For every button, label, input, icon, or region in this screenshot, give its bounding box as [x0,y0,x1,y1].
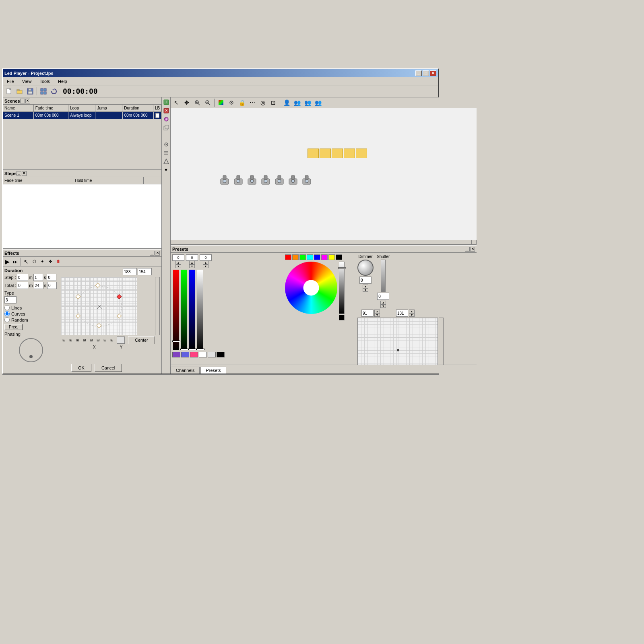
r-down-btn[interactable]: ▼ [175,264,181,268]
canvas-v-scroll[interactable] [155,277,160,335]
fixture-1[interactable] [219,175,230,186]
swatch-r[interactable] [285,254,291,260]
effects-delete-btn[interactable]: 🗑 [55,258,62,265]
led-cell-2[interactable] [320,149,331,158]
menu-view[interactable]: View [20,78,34,85]
canvas-h-input[interactable] [138,268,152,275]
g-up-btn[interactable]: ▲ [189,261,195,264]
new-button[interactable] [4,87,14,96]
canvas-pointer-btn[interactable]: ↖ [171,98,181,107]
phasing-circle[interactable] [19,338,43,362]
g-num-input[interactable] [186,254,198,261]
swatch-pink[interactable] [190,352,198,357]
swatch-o[interactable] [292,254,299,260]
led-cell-5[interactable] [356,149,367,158]
swatch-g[interactable] [299,254,306,260]
y-up[interactable]: ▲ [409,310,415,313]
swatch-m[interactable] [321,254,328,260]
b-slider[interactable] [189,270,195,350]
steps-minimize[interactable]: _ [17,171,21,176]
canvas-lock-btn[interactable]: 🔒 [237,98,247,107]
x-up[interactable]: ▲ [374,310,380,313]
menu-tools[interactable]: Tools [37,78,52,85]
menu-help[interactable]: Help [56,78,70,85]
canvas-person4-btn[interactable]: 👥 [313,98,323,107]
type-random-option[interactable]: Random [4,317,58,322]
r-num-input[interactable] [172,254,184,261]
r-slider[interactable] [173,270,179,350]
steps-close[interactable]: ✕ [22,171,27,176]
effects-center-button[interactable]: Center [128,336,155,344]
shutter-slider[interactable] [381,260,386,292]
grid-btn-6[interactable]: ⊞ [95,337,101,343]
v-copy[interactable] [162,124,170,132]
swatch-purple[interactable] [172,352,180,357]
y-value-input[interactable] [396,310,408,317]
x-down[interactable]: ▼ [374,313,380,317]
scene-row-1[interactable]: Scene 1 00m 00s 000 Always loop 00m 00s … [3,112,161,119]
effects-lasso-btn[interactable]: ⬡ [31,258,38,265]
channels-tab[interactable]: Channels [171,367,200,374]
canvas-color-btn[interactable] [216,98,226,107]
xy-v-scrollbar[interactable] [439,318,444,365]
step-s-input[interactable] [33,274,43,281]
type-curves-radio[interactable] [4,311,10,316]
type-random-radio[interactable] [4,317,10,322]
swatch-black[interactable] [336,254,342,260]
led-cell-3[interactable] [332,149,343,158]
canvas-w-input[interactable] [123,268,137,275]
fixture-5[interactable] [274,175,285,186]
swatch-b[interactable] [314,254,320,260]
scenes-minimize[interactable]: _ [20,99,25,103]
presets-minimize[interactable]: _ [465,247,470,252]
menu-file[interactable]: File [4,78,17,85]
canvas-settings-btn[interactable] [227,98,236,107]
effects-close[interactable]: ✕ [155,251,160,256]
w-slider[interactable] [197,270,203,350]
canvas-person3-btn[interactable]: 👥 [303,98,312,107]
canvas-person2-btn[interactable]: 👥 [292,98,302,107]
canvas-zoom-out-btn[interactable] [203,98,213,107]
v-collapse[interactable]: ▼ [162,166,170,174]
shutter-value[interactable] [377,293,389,300]
minimize-button[interactable]: _ [415,70,422,76]
swatch-black-small[interactable] [217,352,225,357]
swatch-gray[interactable] [208,352,216,357]
maximize-button[interactable]: □ [423,70,429,76]
v-effects[interactable] [162,115,170,123]
led-cell-4[interactable] [344,149,355,158]
refresh-button[interactable] [49,87,59,96]
canvas-zoom-in-btn[interactable] [192,98,202,107]
canvas-dots-circle-btn[interactable]: ◎ [258,98,268,107]
dimmer-value[interactable] [359,277,372,284]
color-wheel[interactable] [285,262,337,314]
effect-canvas[interactable] [61,277,137,335]
presets-tab[interactable]: Presets [200,367,226,374]
v-add-scene[interactable]: + [162,98,170,106]
effects-pointer-btn[interactable]: ↖ [23,258,30,265]
v-delete-scene[interactable]: ✕ [162,107,170,115]
total-s-input[interactable] [34,282,43,289]
prec-button[interactable]: Prec. [4,324,23,330]
brightness-slider[interactable] [339,262,345,314]
b-num-input[interactable] [200,254,212,261]
swatch-y[interactable] [328,254,335,260]
dimmer-knob[interactable] [357,260,374,276]
effects-node-btn[interactable]: ✦ [39,258,46,265]
dimmer-up[interactable]: ▲ [363,285,368,288]
canvas-move-btn[interactable]: ✥ [182,98,192,107]
xy-pad[interactable] [357,318,438,365]
presets-close[interactable]: ✕ [470,247,475,252]
canvas-texture-btn[interactable]: ⊡ [268,98,278,107]
fixture-6[interactable] [287,175,299,186]
v-settings2[interactable] [162,149,170,157]
grid-btn-3[interactable]: ⊞ [74,337,81,343]
v-settings1[interactable] [162,140,170,149]
total-ms-input[interactable] [47,282,57,289]
canvas-color-btn[interactable] [117,336,125,344]
r-up-btn[interactable]: ▲ [175,261,181,264]
grid-btn-4[interactable]: ⊞ [81,337,88,343]
g-slider[interactable] [181,270,187,350]
type-lines-radio[interactable] [4,305,10,310]
y-down[interactable]: ▼ [409,313,415,317]
